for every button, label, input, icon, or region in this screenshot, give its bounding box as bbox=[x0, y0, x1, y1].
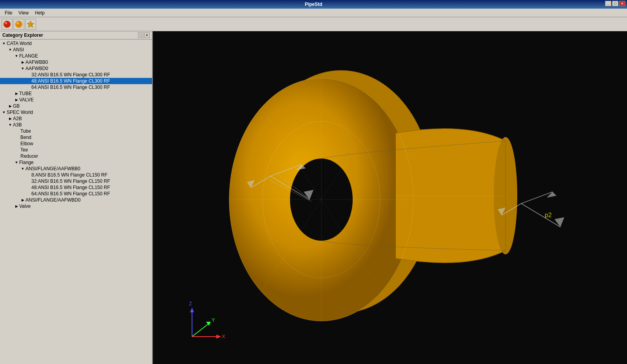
tree-item-flange2[interactable]: ▼ Flange bbox=[0, 159, 152, 166]
tree-item-flange[interactable]: ▼ FLANGE bbox=[0, 53, 152, 59]
label-aafwbd0: AAFWBD0 bbox=[25, 66, 152, 71]
label-cata-world: CATA World bbox=[7, 41, 152, 46]
tree-item-64-cl300[interactable]: 64:ANSI B16.5 WN Flange CL300 RF bbox=[0, 84, 152, 90]
tree-item-32-cl150[interactable]: 32:ANSI B16.5 WN Flange CL150 RF bbox=[0, 178, 152, 184]
svg-point-0 bbox=[4, 21, 11, 28]
toggle-ansi-flange-bb0[interactable]: ▼ bbox=[20, 166, 25, 171]
panel-title: Category Explorer bbox=[2, 32, 43, 38]
label-flange: FLANGE bbox=[19, 53, 152, 59]
tree-item-tube[interactable]: ▶ TUBE bbox=[0, 90, 152, 97]
viewport-3d[interactable]: p2 Z Y X bbox=[153, 31, 627, 364]
label-48-cl300: 48:ANSI B16.5 WN Flange CL300 RF bbox=[31, 78, 152, 84]
label-elbow: Elbow bbox=[20, 141, 152, 146]
tree-item-tee[interactable]: Tee bbox=[0, 147, 152, 153]
label-spec-world: SPEC World bbox=[7, 110, 152, 115]
title-bar: PipeStd _ □ × bbox=[0, 0, 627, 9]
tree-item-48-cl150[interactable]: 48:ANSI B16.5 WN Flange CL150 RF bbox=[0, 184, 152, 191]
tree-item-ansi[interactable]: ▼ ANSI bbox=[0, 47, 152, 53]
label-valve: VALVE bbox=[19, 97, 152, 103]
tree-item-8-cl150[interactable]: 8:ANSI B16.5 WN Flange CL150 RF bbox=[0, 172, 152, 178]
tree-item-aafwbd0[interactable]: ▼ AAFWBD0 bbox=[0, 65, 152, 72]
panel-restore-button[interactable]: □ bbox=[138, 32, 143, 38]
minimize-button[interactable]: _ bbox=[605, 1, 611, 6]
window-controls: _ □ × bbox=[605, 1, 625, 6]
toolbar bbox=[0, 17, 627, 31]
toggle-ansi-flange-bd0[interactable]: ▶ bbox=[20, 198, 25, 202]
label-32-cl300: 32:ANSI B16.5 WN Flange CL300 RF bbox=[31, 72, 152, 77]
toggle-aafwbd0[interactable]: ▼ bbox=[20, 66, 25, 71]
tree-item-cata-world[interactable]: ▼ CATA World bbox=[0, 40, 152, 47]
label-64-cl300: 64:ANSI B16.5 WN Flange CL300 RF bbox=[31, 85, 152, 90]
menu-view[interactable]: View bbox=[15, 9, 32, 16]
toggle-gb[interactable]: ▶ bbox=[8, 104, 13, 108]
tree-item-64-cl150[interactable]: 64:ANSI B16.5 WN Flange CL150 RF bbox=[0, 191, 152, 197]
label-a3b: A3B bbox=[13, 122, 152, 128]
toolbar-btn-3[interactable] bbox=[25, 19, 36, 30]
tree-item-ansi-flange-bb0[interactable]: ▼ ANSI/FLANGE/AAFWBB0 bbox=[0, 166, 152, 172]
tree-item-elbow[interactable]: Elbow bbox=[0, 141, 152, 147]
label-aafwbb0: AAFWBB0 bbox=[25, 59, 152, 65]
label-48-cl150: 48:ANSI B16.5 WN Flange CL150 RF bbox=[31, 185, 152, 190]
maximize-button[interactable]: □ bbox=[612, 1, 618, 6]
tree-item-valve2[interactable]: ▶ Valve bbox=[0, 203, 152, 209]
tree-item-bend[interactable]: Bend bbox=[0, 134, 152, 141]
label-ansi-flange-bb0: ANSI/FLANGE/AAFWBB0 bbox=[25, 166, 152, 171]
toggle-flange[interactable]: ▼ bbox=[14, 54, 19, 58]
category-tree: ▼ CATA World ▼ ANSI ▼ FLANGE ▶ AAFWBB0 bbox=[0, 40, 152, 364]
svg-text:Z: Z bbox=[189, 301, 192, 306]
label-reducer: Reducer bbox=[20, 153, 152, 159]
label-bend: Bend bbox=[20, 135, 152, 140]
toggle-tube[interactable]: ▶ bbox=[14, 91, 19, 96]
tree-item-a2b[interactable]: ▶ A2B bbox=[0, 115, 152, 122]
label-tee: Tee bbox=[20, 147, 152, 153]
tree-item-tube2[interactable]: Tube bbox=[0, 128, 152, 134]
svg-marker-4 bbox=[27, 21, 34, 28]
toolbar-btn-1[interactable] bbox=[2, 19, 13, 30]
toggle-spec-world[interactable]: ▼ bbox=[2, 110, 6, 115]
label-ansi: ANSI bbox=[13, 47, 152, 52]
label-gb: GB bbox=[13, 103, 152, 109]
menu-file[interactable]: File bbox=[2, 9, 15, 16]
svg-point-2 bbox=[15, 21, 22, 28]
tree-item-valve[interactable]: ▶ VALVE bbox=[0, 97, 152, 103]
toolbar-btn-2[interactable] bbox=[13, 19, 24, 30]
panel-close-button[interactable]: × bbox=[144, 32, 150, 38]
flange-3d-view: p2 Z Y X bbox=[153, 31, 627, 364]
tree-item-aafwbb0[interactable]: ▶ AAFWBB0 bbox=[0, 59, 152, 65]
toggle-ansi[interactable]: ▼ bbox=[8, 47, 13, 52]
tree-item-reducer[interactable]: Reducer bbox=[0, 153, 152, 159]
tree-item-32-cl300[interactable]: 32:ANSI B16.5 WN Flange CL300 RF bbox=[0, 72, 152, 78]
main-layout: Category Explorer □ × ▼ CATA World ▼ ANS… bbox=[0, 31, 627, 364]
tree-item-a3b[interactable]: ▼ A3B bbox=[0, 122, 152, 128]
svg-point-1 bbox=[5, 22, 7, 24]
toggle-cata-world[interactable]: ▼ bbox=[2, 41, 6, 46]
label-64-cl150: 64:ANSI B16.5 WN Flange CL150 RF bbox=[31, 191, 152, 196]
label-tube: TUBE bbox=[19, 91, 152, 96]
label-8-cl150: 8:ANSI B16.5 WN Flange CL150 RF bbox=[31, 172, 152, 178]
menu-bar: File View Help bbox=[0, 9, 627, 17]
toggle-valve[interactable]: ▶ bbox=[14, 97, 19, 102]
tree-item-48-cl300[interactable]: 48:ANSI B16.5 WN Flange CL300 RF bbox=[0, 78, 152, 84]
toggle-valve2[interactable]: ▶ bbox=[14, 204, 19, 209]
menu-help[interactable]: Help bbox=[32, 9, 48, 16]
toggle-a3b[interactable]: ▼ bbox=[8, 123, 13, 127]
panel-header-buttons: □ × bbox=[138, 32, 150, 38]
toggle-flange2[interactable]: ▼ bbox=[14, 160, 19, 165]
label-32-cl150: 32:ANSI B16.5 WN Flange CL150 RF bbox=[31, 178, 152, 184]
panel-header: Category Explorer □ × bbox=[0, 31, 152, 40]
label-a2b: A2B bbox=[13, 116, 152, 121]
toggle-a2b[interactable]: ▶ bbox=[8, 116, 13, 121]
tree-item-spec-world[interactable]: ▼ SPEC World bbox=[0, 109, 152, 115]
category-explorer-panel: Category Explorer □ × ▼ CATA World ▼ ANS… bbox=[0, 31, 153, 364]
label-valve2: Valve bbox=[19, 204, 152, 209]
tree-item-gb[interactable]: ▶ GB bbox=[0, 103, 152, 109]
label-tube2: Tube bbox=[20, 128, 152, 134]
p2-label: p2 bbox=[545, 212, 552, 218]
svg-point-3 bbox=[16, 22, 19, 24]
svg-text:X: X bbox=[222, 333, 225, 339]
label-ansi-flange-bd0: ANSI/FLANGE/AAFWBD0 bbox=[25, 197, 152, 203]
close-button[interactable]: × bbox=[619, 1, 625, 6]
toggle-aafwbb0[interactable]: ▶ bbox=[20, 60, 25, 65]
window-title: PipeStd bbox=[305, 2, 323, 7]
tree-item-ansi-flange-bd0[interactable]: ▶ ANSI/FLANGE/AAFWBD0 bbox=[0, 197, 152, 203]
